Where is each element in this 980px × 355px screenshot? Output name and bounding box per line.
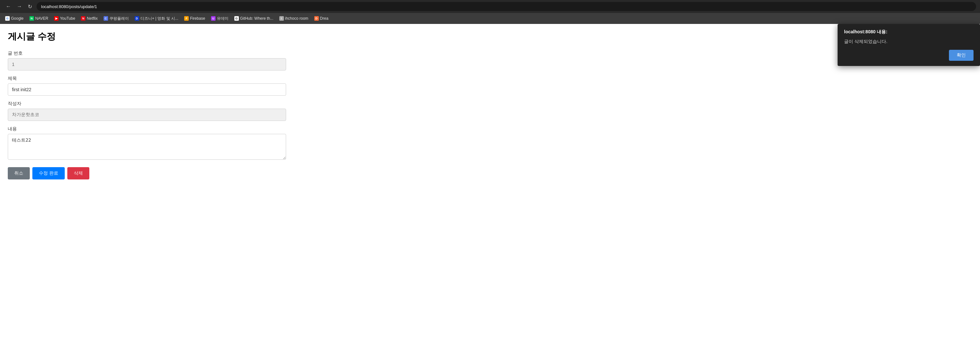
cancel-button[interactable]: 취소 bbox=[8, 167, 30, 179]
dream-icon: D bbox=[314, 16, 319, 21]
bookmark-coupang[interactable]: C쿠팡플레이 bbox=[101, 15, 131, 22]
nav-buttons: ← → ↻ bbox=[4, 3, 34, 10]
github-icon: G bbox=[234, 16, 239, 21]
youtube-icon: ▶ bbox=[54, 16, 59, 21]
bookmark-udemy[interactable]: U유데미 bbox=[208, 15, 231, 22]
browser-chrome: ← → ↻ GGoogleNNAVER▶YouTubeNNetflixC쿠팡플레… bbox=[0, 0, 980, 24]
disney-label: 디즈니+ | 영화 및 시... bbox=[140, 16, 178, 21]
author-input bbox=[8, 109, 286, 121]
bookmark-disney[interactable]: D디즈니+ | 영화 및 시... bbox=[132, 15, 181, 22]
title-input[interactable] bbox=[8, 83, 286, 96]
bookmark-firebase[interactable]: FFirebase bbox=[181, 15, 208, 22]
naver-icon: N bbox=[29, 16, 34, 21]
netflix-label: Netflix bbox=[87, 16, 97, 21]
title-field-group: 제목 bbox=[8, 76, 283, 96]
page-title: 게시글 수정 bbox=[8, 30, 283, 43]
firebase-icon: F bbox=[184, 16, 189, 21]
bookmark-youtube[interactable]: ▶YouTube bbox=[51, 15, 78, 22]
alert-dialog: localhost:8080 내용: 글이 삭제되었습니다. 확인 bbox=[838, 24, 980, 66]
bookmark-google[interactable]: GGoogle bbox=[3, 15, 26, 22]
edit-button[interactable]: 수정 완료 bbox=[32, 167, 65, 179]
firebase-label: Firebase bbox=[190, 16, 205, 21]
alert-confirm-button[interactable]: 확인 bbox=[949, 50, 974, 61]
forward-button[interactable]: → bbox=[15, 3, 24, 10]
alert-title: localhost:8080 내용: bbox=[844, 29, 974, 35]
ihchoco-label: ihchoco room bbox=[285, 16, 309, 21]
udemy-label: 유데미 bbox=[217, 16, 229, 21]
google-icon: G bbox=[5, 16, 10, 21]
alert-footer: 확인 bbox=[844, 50, 974, 61]
author-field-group: 작성자 bbox=[8, 101, 283, 121]
naver-label: NAVER bbox=[35, 16, 48, 21]
ihchoco-icon: i bbox=[279, 16, 284, 21]
coupang-icon: C bbox=[103, 16, 108, 21]
bookmark-github[interactable]: GGitHub: Where th... bbox=[232, 15, 276, 22]
author-label: 작성자 bbox=[8, 101, 283, 107]
bookmark-netflix[interactable]: NNetflix bbox=[78, 15, 100, 22]
number-field-group: 글 번호 bbox=[8, 51, 283, 70]
address-bar[interactable] bbox=[37, 2, 976, 11]
title-label: 제목 bbox=[8, 76, 283, 81]
youtube-label: YouTube bbox=[60, 16, 75, 21]
bookmark-ihchoco[interactable]: iihchoco room bbox=[277, 15, 311, 22]
button-group: 취소 수정 완료 삭제 bbox=[8, 167, 283, 179]
refresh-button[interactable]: ↻ bbox=[26, 3, 34, 10]
number-label: 글 번호 bbox=[8, 51, 283, 56]
page-content: 게시글 수정 글 번호 제목 작성자 내용 취소 수정 완료 삭제 bbox=[0, 24, 291, 186]
disney-icon: D bbox=[135, 16, 139, 21]
content-field-group: 내용 bbox=[8, 126, 283, 161]
bookmark-dream[interactable]: DDrea bbox=[312, 15, 331, 22]
dream-label: Drea bbox=[320, 16, 328, 21]
coupang-label: 쿠팡플레이 bbox=[110, 16, 129, 21]
browser-top-bar: ← → ↻ bbox=[0, 0, 980, 13]
udemy-icon: U bbox=[211, 16, 216, 21]
content-textarea[interactable] bbox=[8, 134, 286, 160]
google-label: Google bbox=[11, 16, 24, 21]
github-label: GitHub: Where th... bbox=[240, 16, 274, 21]
bookmark-naver[interactable]: NNAVER bbox=[27, 15, 51, 22]
delete-button[interactable]: 삭제 bbox=[67, 167, 89, 179]
back-button[interactable]: ← bbox=[4, 3, 13, 10]
alert-message: 글이 삭제되었습니다. bbox=[844, 39, 974, 44]
bookmarks-bar: GGoogleNNAVER▶YouTubeNNetflixC쿠팡플레이D디즈니+… bbox=[0, 13, 980, 24]
number-input bbox=[8, 58, 286, 70]
content-label: 내용 bbox=[8, 126, 283, 132]
netflix-icon: N bbox=[81, 16, 86, 21]
